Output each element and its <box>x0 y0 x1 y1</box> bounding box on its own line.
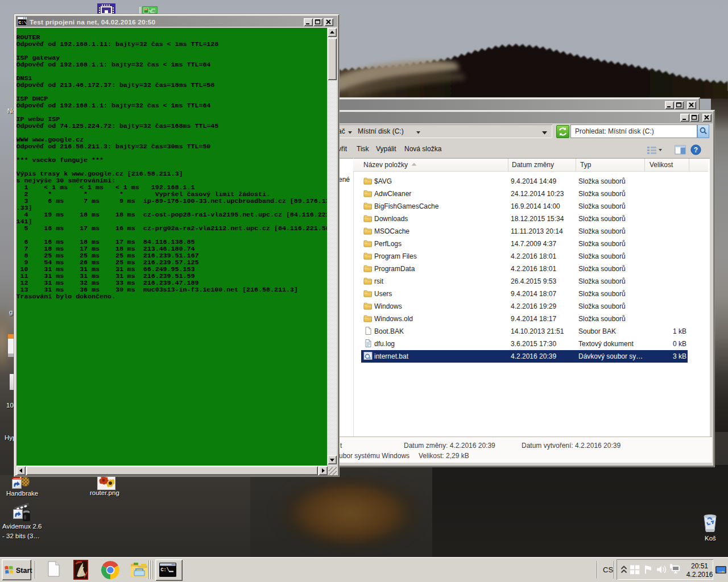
svg-text:?: ? <box>694 146 698 154</box>
svg-text:C:\: C:\ <box>19 20 27 25</box>
svg-text:C:\: C:\ <box>161 567 169 573</box>
